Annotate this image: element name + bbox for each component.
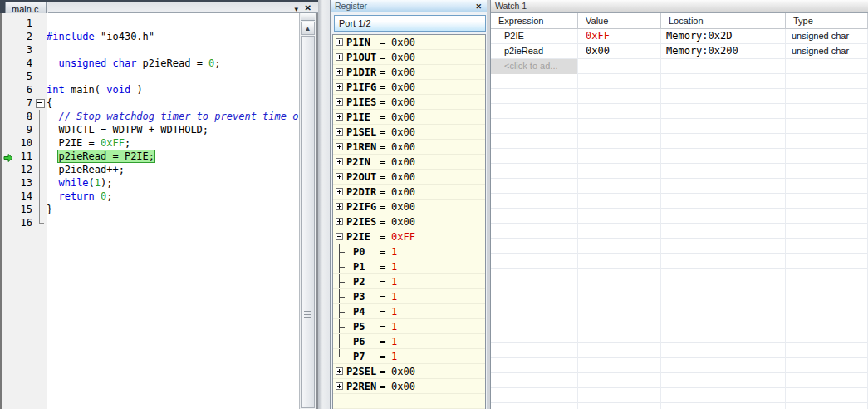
register-row[interactable]: P2IES=0x00 — [333, 214, 485, 229]
gutter-line[interactable]: 8 — [2, 110, 47, 123]
register-row[interactable]: P3=1 — [333, 289, 485, 304]
expand-icon[interactable] — [336, 68, 343, 76]
expand-icon[interactable] — [336, 143, 343, 150]
code-line[interactable]: } — [47, 203, 299, 216]
watch-empty-row[interactable] — [491, 269, 868, 283]
gutter-line[interactable]: 14 — [2, 190, 47, 203]
watch-empty-row[interactable] — [491, 224, 868, 239]
gutter-line[interactable]: 5 — [2, 70, 47, 83]
register-row[interactable]: P2IE=0xFF — [333, 229, 485, 244]
editor-close-icon[interactable]: ✕ — [305, 3, 311, 13]
gutter-line[interactable]: 11 — [2, 150, 47, 163]
watch-empty-row[interactable] — [491, 119, 868, 134]
gutter-line[interactable]: 12 — [2, 163, 47, 176]
code-line[interactable]: p2ieRead++; — [47, 163, 299, 176]
watch-empty-row[interactable] — [491, 298, 868, 313]
register-row[interactable]: P6=1 — [333, 334, 485, 349]
code-line[interactable] — [47, 216, 299, 229]
watch-empty-row[interactable] — [491, 209, 868, 224]
code-line[interactable]: p2ieRead = P2IE; — [47, 150, 299, 163]
register-row[interactable]: P2=1 — [333, 274, 485, 289]
watch-empty-row[interactable] — [491, 328, 868, 343]
register-row[interactable]: P1IE=0x00 — [333, 110, 485, 125]
register-row[interactable]: P1IFG=0x00 — [333, 80, 485, 95]
register-row[interactable]: P1IES=0x00 — [333, 95, 485, 110]
gutter-line[interactable]: 7 — [2, 96, 47, 110]
column-header-expression[interactable]: Expression — [491, 13, 578, 29]
register-row[interactable]: P1DIR=0x00 — [333, 65, 485, 80]
watch-empty-row[interactable] — [491, 134, 868, 149]
gutter-line[interactable]: 15 — [2, 203, 47, 216]
column-header-location[interactable]: Location — [661, 13, 786, 29]
expand-icon[interactable] — [336, 128, 343, 136]
gutter-line[interactable]: 10 — [2, 136, 47, 150]
watch-empty-row[interactable] — [491, 74, 868, 89]
scrollbar-thumb[interactable] — [301, 36, 315, 408]
register-row[interactable]: P2IN=0x00 — [333, 155, 485, 170]
register-row[interactable]: P2OUT=0x00 — [333, 170, 485, 185]
column-header-value[interactable]: Value — [578, 13, 661, 29]
watch-titlebar[interactable]: Watch 1 — [491, 0, 868, 12]
code-line[interactable]: // Stop watchdog timer to prevent time o… — [47, 110, 299, 123]
register-group-select[interactable]: Port 1/2 — [334, 15, 486, 32]
watch-empty-row[interactable] — [491, 283, 868, 298]
code-line[interactable] — [47, 43, 299, 57]
register-row[interactable]: P2REN=0x00 — [333, 379, 485, 394]
code-line[interactable]: unsigned char p2ieRead = 0; — [47, 57, 299, 70]
watch-empty-row[interactable] — [491, 373, 868, 388]
gutter-line[interactable]: 9 — [2, 123, 47, 136]
expand-icon[interactable] — [336, 218, 343, 225]
column-header-type[interactable]: Type — [786, 13, 868, 29]
code-line[interactable]: P2IE = 0xFF; — [47, 136, 299, 150]
register-row[interactable]: P1SEL=0x00 — [333, 125, 485, 140]
watch-empty-row[interactable] — [491, 179, 868, 194]
register-row[interactable]: P2SEL=0x00 — [333, 364, 485, 379]
gutter-line[interactable]: 2 — [2, 30, 47, 43]
code-line[interactable]: int main( void ) — [47, 83, 299, 96]
expand-icon[interactable] — [336, 53, 343, 61]
watch-empty-row[interactable] — [491, 149, 868, 164]
register-row[interactable]: P4=1 — [333, 304, 485, 319]
register-row[interactable]: P1=1 — [333, 259, 485, 274]
expand-icon[interactable] — [336, 367, 343, 375]
watch-empty-row[interactable] — [491, 358, 868, 373]
watch-row[interactable]: p2ieRead0x00Memory:0x200unsigned char — [491, 44, 868, 59]
watch-empty-row[interactable] — [491, 89, 868, 104]
watch-empty-row[interactable] — [491, 388, 868, 403]
collapse-icon[interactable] — [336, 233, 343, 240]
gutter-line[interactable]: 6 — [2, 83, 47, 96]
code-line[interactable]: WDTCTL = WDTPW + WDTHOLD; — [47, 123, 299, 136]
gutter-line[interactable]: 16 — [2, 216, 47, 229]
code-area[interactable]: #include "io430.h" unsigned char p2ieRea… — [47, 17, 299, 409]
watch-add-expression-cell[interactable]: <click to ad... — [491, 59, 578, 74]
expand-icon[interactable] — [336, 83, 343, 91]
expand-icon[interactable] — [336, 98, 343, 106]
watch-empty-row[interactable] — [491, 313, 868, 328]
register-row[interactable]: P2DIR=0x00 — [333, 185, 485, 200]
watch-empty-row[interactable] — [491, 164, 868, 179]
expand-icon[interactable] — [336, 203, 343, 210]
register-titlebar[interactable]: Register ✕ — [331, 0, 487, 12]
code-line[interactable]: while(1); — [47, 176, 299, 190]
gutter-line[interactable]: 4 — [2, 57, 47, 70]
expand-icon[interactable] — [336, 38, 343, 46]
register-row[interactable]: P0=1 — [333, 244, 485, 259]
watch-row[interactable]: P2IE0xFFMemory:0x2Dunsigned char — [491, 29, 868, 44]
register-row[interactable]: P1IN=0x00 — [333, 35, 485, 50]
register-row[interactable]: P1OUT=0x00 — [333, 50, 485, 65]
watch-empty-row[interactable] — [491, 194, 868, 209]
code-line[interactable] — [47, 17, 299, 30]
expand-icon[interactable] — [336, 173, 343, 180]
register-row[interactable]: P5=1 — [333, 319, 485, 334]
register-row[interactable]: P2IFG=0x00 — [333, 200, 485, 214]
fold-collapse-icon[interactable] — [34, 96, 45, 110]
scroll-up-button[interactable]: ▲ — [301, 22, 315, 35]
code-line[interactable]: { — [47, 96, 299, 110]
watch-empty-row[interactable] — [491, 104, 868, 119]
register-row[interactable]: P7=1 — [333, 349, 485, 364]
register-close-icon[interactable]: ✕ — [475, 1, 482, 13]
gutter-line[interactable]: 3 — [2, 43, 47, 57]
editor-splitter-handle[interactable] — [301, 13, 315, 21]
gutter-line[interactable]: 13 — [2, 176, 47, 190]
gutter-line[interactable]: 1 — [2, 17, 47, 30]
